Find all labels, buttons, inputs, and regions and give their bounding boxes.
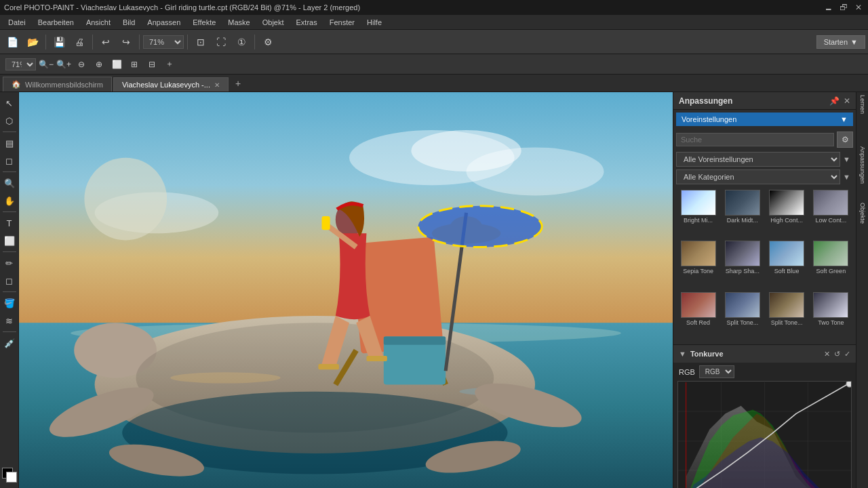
menu-bild[interactable]: Bild	[117, 17, 140, 28]
preset-item-soft-green[interactable]: Soft Green	[810, 241, 852, 289]
menu-effekte[interactable]: Effekte	[187, 17, 221, 28]
search-settings-button[interactable]: ⚙	[837, 131, 853, 148]
select-tool[interactable]: ↖	[1, 95, 18, 111]
tone-curve-body: RGB RGB R G B	[673, 363, 856, 488]
mask-tool[interactable]: ◻	[1, 152, 18, 169]
minimize-icon[interactable]: 🗕	[823, 2, 834, 13]
paint-tool[interactable]: ✏	[1, 255, 18, 271]
preset-item-bright-mid[interactable]: Bright Mi...	[677, 190, 719, 238]
menu-bearbeiten[interactable]: Bearbeiten	[33, 17, 79, 28]
preset-item-dark-mid[interactable]: Dark Midt...	[722, 190, 763, 238]
restore-icon[interactable]: 🗗	[838, 2, 849, 13]
presets-dropdown[interactable]: Voreinstellungen ▼	[676, 113, 853, 126]
crop-tool[interactable]: ▤	[1, 135, 18, 151]
preset-item-sepia[interactable]: Sepia Tone	[677, 241, 719, 289]
tone-curve-graph[interactable]	[677, 381, 852, 488]
preset-item-soft-blue[interactable]: Soft Blue	[766, 241, 808, 289]
titlebar: Corel PHOTO-PAINT - Viacheslav Lukasevyc…	[0, 0, 868, 15]
menu-fenster[interactable]: Fenster	[324, 17, 360, 28]
eraser-tool[interactable]: ◻	[1, 272, 18, 289]
preset-filter-select[interactable]: Alle Voreinstellungen	[676, 152, 840, 167]
preset-thumb-sepia	[681, 241, 716, 266]
redo-button[interactable]: ↪	[117, 33, 136, 52]
zoom-fit-button[interactable]: ⛶	[212, 33, 231, 52]
zoom-fit-button[interactable]: ⊞	[127, 57, 142, 72]
preset-label-soft-blue: Soft Blue	[774, 268, 800, 274]
preset-item-soft-red[interactable]: Soft Red	[677, 292, 719, 340]
fill-tool[interactable]: 🪣	[1, 295, 18, 311]
undo-button[interactable]: ↩	[96, 33, 115, 52]
zoom-display[interactable]: 71%	[5, 58, 36, 70]
svg-rect-24	[318, 364, 338, 369]
tone-curve-refresh-icon[interactable]: ↺	[834, 350, 840, 359]
tone-curve-title: Tonkurve	[690, 350, 724, 358]
preset-item-two-tone[interactable]: Two Tone	[810, 292, 852, 340]
zoom-in-button[interactable]: 🔍+	[56, 57, 71, 72]
fit-page-button[interactable]: ⊡	[191, 33, 210, 52]
tool-sep-5	[3, 291, 16, 292]
zoom-minus-button[interactable]: ⊖	[74, 57, 89, 72]
tab-active[interactable]: Viacheslav Lukasevych -... ✕	[113, 77, 229, 92]
print-button[interactable]: 🖨	[70, 33, 89, 52]
menu-ansicht[interactable]: Ansicht	[81, 17, 116, 28]
zoom-out-button[interactable]: 🔍−	[39, 57, 54, 72]
transform-tool[interactable]: ⬡	[1, 113, 18, 129]
lernen-label[interactable]: Lernen	[859, 95, 866, 114]
anpassungen-label[interactable]: Anpassungen	[859, 146, 866, 184]
settings-button[interactable]: ⚙	[258, 33, 277, 52]
tone-curve-check-icon[interactable]: ✓	[844, 350, 850, 359]
tc-channel-select[interactable]: RGB R G B	[699, 365, 734, 378]
menu-objekt[interactable]: Objekt	[257, 17, 290, 28]
zoom-plus-button[interactable]: ⊕	[92, 57, 106, 72]
new-button[interactable]: 📄	[3, 33, 22, 52]
category-filter-select[interactable]: Alle Kategorien	[676, 169, 840, 184]
eyedropper-tool[interactable]: 💉	[1, 335, 18, 351]
smear-tool[interactable]: ≋	[1, 312, 18, 329]
tone-curve-reset-icon[interactable]: ✕	[824, 350, 830, 359]
presets-dropdown-chevron: ▼	[840, 115, 848, 123]
shape-tool[interactable]: ⬜	[1, 232, 18, 249]
text-tool[interactable]: T	[1, 215, 18, 231]
menu-anpassen[interactable]: Anpassen	[142, 17, 186, 28]
adj-pin-icon[interactable]: 📌	[829, 96, 840, 106]
adj-close-icon[interactable]: ✕	[844, 96, 850, 106]
tab-home[interactable]: 🏠 Willkommensbildschirm	[3, 77, 112, 92]
preset-item-high-con[interactable]: High Cont...	[766, 190, 808, 238]
canvas-area[interactable]	[19, 92, 673, 488]
tab-close-icon[interactable]: ✕	[214, 81, 220, 89]
start-button[interactable]: Starten ▼	[816, 35, 865, 49]
preset-item-sharp-sha[interactable]: Sharp Sha...	[722, 241, 763, 289]
menu-maske[interactable]: Maske	[222, 17, 255, 28]
zoom-tool[interactable]: 🔍	[1, 175, 18, 191]
close-icon[interactable]: ✕	[853, 2, 864, 13]
menubar: Datei Bearbeiten Ansicht Bild Anpassen E…	[0, 15, 868, 30]
tab-home-label: Willkommensbildschirm	[25, 81, 103, 89]
menu-datei[interactable]: Datei	[3, 17, 31, 28]
add-view-button[interactable]: ＋	[162, 57, 177, 72]
menu-extras[interactable]: Extras	[291, 17, 323, 28]
zoom-actual-button[interactable]: ⬜	[109, 57, 124, 72]
left-toolbox: ↖ ⬡ ▤ ◻ 🔍 ✋ T ⬜ ✏ ◻ 🪣 ≋ 💉	[0, 92, 19, 488]
save-button[interactable]: 💾	[50, 33, 68, 52]
objekte-label[interactable]: Objekte	[859, 203, 866, 224]
tab-add-button[interactable]: +	[230, 75, 246, 92]
background-swatch[interactable]	[6, 472, 17, 483]
preset-item-split-tone2[interactable]: Split Tone...	[766, 292, 808, 340]
search-input[interactable]	[676, 133, 834, 146]
menu-hilfe[interactable]: Hilfe	[361, 17, 387, 28]
tone-curve-collapse-icon[interactable]: ▼	[679, 350, 686, 358]
pan-tool[interactable]: ✋	[1, 192, 18, 209]
filter-chevron-icon: ▼	[840, 155, 853, 163]
zoom-select-button[interactable]: ⊟	[144, 57, 159, 72]
open-button[interactable]: 📂	[23, 33, 42, 52]
adjustments-header: Anpassungen 📌 ✕	[673, 92, 856, 110]
adj-header-actions: 📌 ✕	[829, 96, 850, 106]
zoom-1-1-button[interactable]: ①	[232, 33, 251, 52]
tab-active-label: Viacheslav Lukasevych -...	[122, 81, 210, 89]
color-swatch-pair[interactable]	[2, 468, 17, 483]
preset-item-split-tone1[interactable]: Split Tone...	[722, 292, 763, 340]
filter-row-2: Alle Kategorien ▼	[676, 169, 853, 184]
svg-point-3	[467, 147, 604, 195]
zoom-select[interactable]: 71%	[143, 35, 184, 49]
preset-item-low-con[interactable]: Low Cont...	[810, 190, 852, 238]
